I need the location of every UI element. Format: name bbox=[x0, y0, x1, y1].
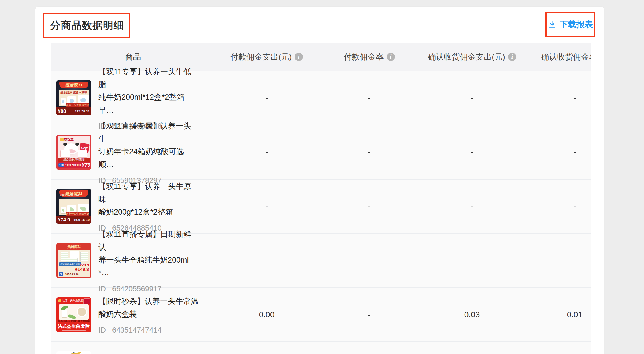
product-image: 薇娅双11 品质奶源 减脂不减味 认养一头牛低脂纯奶 ¥88 119 20 11 bbox=[56, 80, 91, 115]
cell-confirm-commission-rate: 0.01 bbox=[523, 310, 591, 319]
thumb-price-bar: ¥88 119 20 11 bbox=[56, 107, 91, 115]
thumb-strip: 随心任选 周期配送 bbox=[58, 158, 90, 162]
column-label: 付款佣金支出(元) bbox=[230, 52, 292, 62]
table-row: 薇娅双11 品质奶源 减脂不减味 认养一头牛低脂纯奶 ¥88 119 20 11 bbox=[51, 71, 591, 125]
cell-pay-commission-rate: - bbox=[318, 310, 421, 319]
products-table: 商品 付款佣金支出(元) i 付款佣金率 i 确认收货佣金支出(元) i 确认收… bbox=[51, 43, 591, 354]
column-label: 确认收货佣金率 bbox=[541, 52, 591, 62]
thumb-price: ¥88 bbox=[58, 109, 66, 114]
cell-pay-commission-rate: - bbox=[318, 202, 421, 211]
cow-ear bbox=[75, 143, 79, 146]
table-row: 天猫双11 6.2折 随心任选 周期配送 100 bbox=[51, 125, 591, 179]
thumb-price: ¥79.9 bbox=[80, 263, 89, 267]
milk-box-icon bbox=[80, 252, 88, 261]
table-scroll-area[interactable]: 商品 付款佣金支出(元) i 付款佣金率 i 确认收货佣金支出(元) i 确认收… bbox=[51, 43, 591, 354]
column-label: 确认收货佣金支出(元) bbox=[428, 52, 505, 62]
thumb-chip: 20 bbox=[59, 272, 63, 276]
thumb-stats: 119 20 11 bbox=[75, 110, 90, 113]
cell-confirm-commission-rate: - bbox=[523, 202, 591, 211]
thumb-ribbon: 百分百生牛乳0添加 bbox=[59, 262, 81, 266]
product-title: 【双11直播专属】日期新鲜认 养一头牛全脂纯牛奶200ml*… bbox=[98, 228, 199, 279]
shop-badge-icon bbox=[58, 299, 61, 302]
download-report-button[interactable]: 下载报表 bbox=[545, 12, 595, 37]
product-title: 【限时秒杀】认养一头牛常温 酸奶六盒装 bbox=[98, 295, 199, 321]
product-title: 【双11专享】认养一头牛低脂 纯牛奶200ml*12盒*2整箱早… bbox=[98, 65, 199, 117]
product-image: 天猫双11 百分百生牛乳0添加 ¥79.9 ¥149.8 20 109.9 20… bbox=[56, 243, 91, 278]
product-title: 【双11专享】认养一头牛原味 酸奶200g*12盒*2整箱 bbox=[98, 180, 199, 219]
cell-pay-commission-expense: - bbox=[215, 148, 318, 157]
cell-confirm-commission-rate: - bbox=[523, 256, 591, 265]
product-info: 【双11专享】认养一头牛原味 酸奶200g*12盒*2整箱 ID 6526448… bbox=[98, 180, 199, 233]
cell-confirm-commission-expense: - bbox=[421, 148, 523, 157]
download-label: 下载报表 bbox=[560, 19, 593, 30]
thumb-stats: 109.9 20 10 bbox=[65, 273, 79, 276]
product-id-label: ID bbox=[98, 284, 106, 293]
thumb-strip: 认养一头牛原味酸奶 bbox=[66, 212, 89, 216]
thumb-chip: 100 bbox=[58, 163, 64, 167]
column-header-pay-commission-rate: 付款佣金率 i bbox=[318, 43, 421, 71]
cell-confirm-commission-expense: 0.03 bbox=[421, 310, 523, 319]
thumb-price-bar: 100 1199 200 100 ¥799 bbox=[58, 162, 90, 168]
report-card: 分商品数据明细 下载报表 商品 付款佣金支出(元) i 付款佣金率 i bbox=[35, 7, 604, 354]
thumb-strip: 法式益生菌发酵 bbox=[56, 324, 91, 329]
product-image: 认养一头牛旗舰店 醇厚口感·品质原奶·益生菌发酵 法式益生菌发酵 bbox=[56, 297, 91, 332]
cell-confirm-commission-expense: - bbox=[421, 256, 523, 265]
column-label: 付款佣金率 bbox=[344, 52, 384, 62]
product-info: 【双11直播专属】日期新鲜认 养一头牛全脂纯牛奶200ml*… ID 65420… bbox=[98, 228, 199, 293]
cell-pay-commission-expense: 0.00 bbox=[215, 310, 318, 319]
page-title: 分商品数据明细 bbox=[50, 19, 124, 32]
product-cell: 【直播秒杀】认养一头牛纯牛奶 bbox=[51, 351, 215, 354]
thumb-strip: 认养一头牛低脂纯奶 bbox=[66, 103, 89, 107]
bowl-icon bbox=[77, 307, 87, 317]
mini-card bbox=[78, 150, 87, 158]
leaf-icon bbox=[67, 314, 76, 320]
product-cell: 天猫双11 6.2折 随心任选 周期配送 100 bbox=[51, 120, 215, 185]
thumb-stats: 1199 200 100 bbox=[65, 164, 81, 166]
product-id: 654205569917 bbox=[112, 284, 162, 293]
product-id-row: ID 654205569917 bbox=[98, 284, 199, 293]
cell-confirm-commission-expense: - bbox=[421, 202, 523, 211]
table-row: 【直播秒杀】认养一头牛纯牛奶 bbox=[51, 341, 591, 354]
thumb-tagline: 品质奶源 减脂不减味 bbox=[59, 90, 89, 95]
tag-icon bbox=[60, 138, 64, 141]
product-cell: 薇娅双11 200g*12盒*2箱 认养一头牛原味酸奶 ¥74.9 99.9 1… bbox=[51, 180, 215, 233]
product-id: 643514747414 bbox=[112, 326, 162, 335]
yogurt-carton-icon bbox=[62, 310, 67, 318]
product-id-label: ID bbox=[98, 326, 106, 335]
download-icon bbox=[548, 20, 556, 29]
cell-pay-commission-expense: - bbox=[215, 202, 318, 211]
product-cell: 认养一头牛旗舰店 醇厚口感·品质原奶·益生菌发酵 法式益生菌发酵 bbox=[51, 295, 215, 335]
product-info: 【双11直播专属】认养一头牛 订奶年卡24箱奶纯酸可选顺… ID 6559013… bbox=[98, 120, 199, 185]
table-row: 天猫双11 百分百生牛乳0添加 ¥79.9 ¥149.8 20 109.9 20… bbox=[51, 233, 591, 287]
product-info: 【限时秒杀】认养一头牛常温 酸奶六盒装 ID 643514747414 bbox=[98, 295, 199, 335]
thumb-stats: 99.9 15 10 bbox=[74, 218, 90, 221]
cell-pay-commission-rate: - bbox=[318, 93, 421, 102]
info-icon[interactable]: i bbox=[295, 53, 303, 61]
yogurt-box-icon bbox=[61, 207, 66, 213]
corner-tag-icon bbox=[83, 298, 90, 304]
thumb-shop-name: 认养一头牛旗舰店 bbox=[62, 299, 83, 302]
column-header-confirm-commission-expense: 确认收货佣金支出(元) i bbox=[421, 43, 523, 71]
thumb-price-bar: ¥74.9 99.9 15 10 bbox=[56, 216, 91, 224]
cell-confirm-commission-expense: - bbox=[421, 93, 523, 102]
thumb-tagline: 200g*12盒*2箱 bbox=[59, 192, 79, 197]
cell-confirm-commission-rate: - bbox=[523, 93, 591, 102]
product-image bbox=[56, 351, 91, 354]
info-icon[interactable]: i bbox=[508, 53, 516, 61]
decor-line bbox=[62, 330, 86, 331]
column-header-confirm-commission-rate: 确认收货佣金率 i bbox=[523, 43, 591, 71]
product-title: 【双11直播专属】认养一头牛 订奶年卡24箱奶纯酸可选顺… bbox=[98, 120, 199, 171]
thumb-tagline: 醇厚口感·品质原奶·益生菌发酵 bbox=[56, 320, 91, 323]
thumb-banner: 天猫双11 bbox=[60, 137, 88, 142]
cell-pay-commission-rate: - bbox=[318, 148, 421, 157]
thumb-product-card bbox=[59, 304, 89, 320]
product-image: 天猫双11 6.2折 随心任选 周期配送 100 bbox=[56, 135, 91, 170]
milk-box-icon bbox=[61, 98, 66, 105]
product-image: 薇娅双11 200g*12盒*2箱 认养一头牛原味酸奶 ¥74.9 99.9 1… bbox=[56, 189, 91, 224]
product-cell: 天猫双11 百分百生牛乳0添加 ¥79.9 ¥149.8 20 109.9 20… bbox=[51, 228, 215, 293]
column-header-pay-commission-expense: 付款佣金支出(元) i bbox=[215, 43, 318, 71]
thumb-banner: 薇娅双11 bbox=[59, 82, 88, 88]
info-icon[interactable]: i bbox=[387, 53, 395, 61]
cell-pay-commission-rate: - bbox=[318, 256, 421, 265]
thumb-price-2: ¥149.8 bbox=[75, 267, 89, 272]
